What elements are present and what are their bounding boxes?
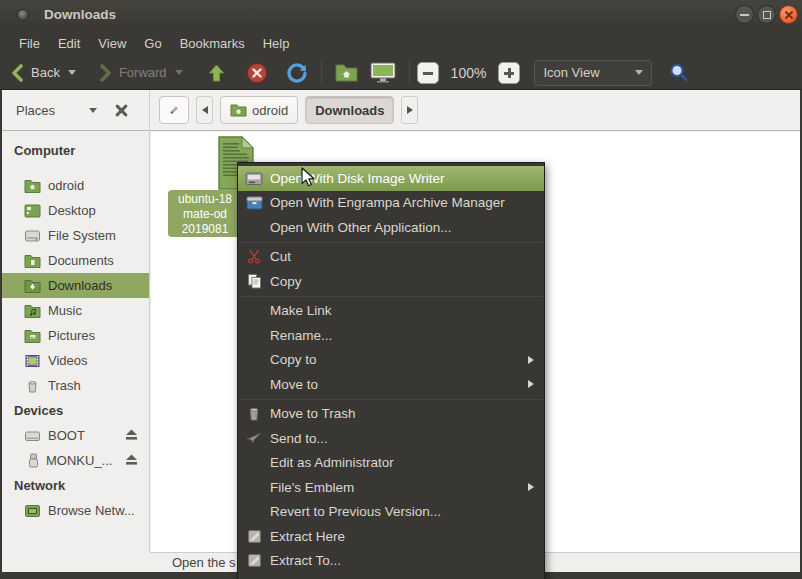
file-name-label[interactable]: ubuntu-18 mate-od 2019081: [168, 190, 242, 237]
menu-item-files-emblem[interactable]: File's Emblem: [238, 475, 544, 500]
titlebar[interactable]: Downloads: [0, 0, 802, 30]
menu-item-move-to[interactable]: Move to: [238, 372, 544, 397]
search-button[interactable]: [662, 59, 696, 87]
forward-button[interactable]: Forward: [92, 61, 189, 85]
view-selector[interactable]: Icon View: [534, 60, 652, 86]
status-text: Open the s: [172, 555, 236, 570]
menu-item-label: Open With Disk Image Writer: [270, 171, 445, 186]
file-name-line: mate-od: [168, 207, 242, 222]
menu-item-label: Extract To...: [270, 553, 341, 568]
file-name-line: 2019081: [168, 222, 242, 237]
menu-item-extract-to[interactable]: Extract To...: [238, 549, 544, 574]
sidebar-item-file-system[interactable]: File System: [2, 223, 149, 248]
maximize-icon: [763, 11, 771, 19]
minus-icon: [423, 72, 433, 75]
sidebar-item-odroid[interactable]: odroid: [2, 173, 149, 198]
eject-icon[interactable]: [124, 453, 139, 467]
breadcrumb-odroid[interactable]: odroid: [220, 96, 298, 124]
menu-help[interactable]: Help: [254, 33, 299, 54]
menu-file[interactable]: File: [10, 33, 49, 54]
sidebar-item-label: Documents: [48, 253, 114, 268]
zoom-level: 100%: [451, 65, 487, 81]
menu-item-move-to-trash[interactable]: Move to Trash: [238, 402, 544, 427]
places-dropdown[interactable]: Places: [16, 103, 55, 118]
sidebar-item-browse-network[interactable]: Browse Netw...: [2, 498, 149, 523]
downloads-folder-icon: [24, 279, 41, 293]
menu-item-open-with-engrampa[interactable]: Open With Engrampa Archive Manager: [238, 191, 544, 216]
maximize-button[interactable]: [757, 5, 776, 24]
window-title: Downloads: [44, 7, 116, 22]
home-button[interactable]: [329, 60, 364, 85]
menu-item-cut[interactable]: Cut: [238, 245, 544, 270]
menu-item-label: Make Link: [270, 303, 332, 318]
videos-film-icon: [24, 354, 41, 368]
sidebar-item-boot[interactable]: BOOT: [2, 423, 149, 448]
menu-item-send-to[interactable]: Send to...: [238, 426, 544, 451]
sidebar-header-computer: Computer: [2, 138, 149, 163]
menu-item-rename[interactable]: Rename...: [238, 323, 544, 348]
minimize-icon: [740, 14, 749, 16]
sidebar-item-desktop[interactable]: Desktop: [2, 198, 149, 223]
cut-scissors-icon: [245, 248, 263, 265]
menu-edit[interactable]: Edit: [49, 33, 89, 54]
menu-item-revert-to-previous-version[interactable]: Revert to Previous Version...: [238, 500, 544, 525]
close-side-pane-icon[interactable]: [115, 104, 128, 117]
menu-item-label: Move to Trash: [270, 406, 356, 421]
app-icon: [17, 9, 29, 21]
submenu-arrow-icon: [528, 483, 534, 491]
breadcrumb-downloads[interactable]: Downloads: [305, 96, 394, 124]
back-button[interactable]: Back: [4, 61, 82, 85]
toolbar-separator: [409, 61, 410, 85]
sidebar-item-monku[interactable]: MONKU_...: [2, 448, 149, 473]
menubar: File Edit View Go Bookmarks Help: [0, 30, 802, 56]
breadcrumb-right-arrow[interactable]: [401, 96, 418, 124]
sidebar-item-label: MONKU_...: [46, 453, 112, 468]
sidebar-item-label: Downloads: [48, 278, 112, 293]
menu-item-open-with-disk-image-writer[interactable]: Open With Disk Image Writer: [238, 166, 544, 191]
menu-item-open-with-other[interactable]: Open With Other Application...: [238, 215, 544, 240]
minimize-button[interactable]: [735, 5, 754, 24]
breadcrumb-left-arrow[interactable]: [196, 96, 213, 124]
menu-item-copy-to[interactable]: Copy to: [238, 348, 544, 373]
menu-go[interactable]: Go: [135, 33, 170, 54]
view-selector-value: Icon View: [543, 65, 599, 80]
submenu-arrow-icon: [528, 380, 534, 388]
reload-button[interactable]: [280, 59, 314, 87]
desktop-icon: [24, 204, 41, 218]
up-button[interactable]: [201, 60, 232, 86]
stop-button[interactable]: [240, 59, 274, 87]
menu-separator: [239, 296, 543, 297]
menu-item-make-link[interactable]: Make Link: [238, 299, 544, 324]
menu-item-edit-as-administrator[interactable]: Edit as Administrator: [238, 451, 544, 476]
menu-item-copy[interactable]: Copy: [238, 269, 544, 294]
menu-bookmarks[interactable]: Bookmarks: [171, 33, 254, 54]
zoom-in-button[interactable]: [498, 62, 520, 84]
sidebar-item-downloads[interactable]: Downloads: [2, 273, 149, 298]
menu-item-label: Open With Other Application...: [270, 220, 452, 235]
close-button[interactable]: [779, 5, 798, 24]
sidebar-item-trash[interactable]: Trash: [2, 373, 149, 398]
places-caret-icon[interactable]: [89, 108, 97, 113]
sidebar-item-pictures[interactable]: Pictures: [2, 323, 149, 348]
mouse-cursor: [300, 167, 316, 189]
forward-history-caret-icon: [175, 70, 183, 75]
menu-view[interactable]: View: [89, 33, 135, 54]
home-folder-icon: [24, 179, 41, 193]
sidebar-item-music[interactable]: Music: [2, 298, 149, 323]
sidebar-item-label: odroid: [48, 178, 84, 193]
edit-location-button[interactable]: [159, 96, 189, 124]
toolbar-separator: [321, 61, 322, 85]
menu-item-extract-here[interactable]: Extract Here: [238, 524, 544, 549]
sidebar-item-videos[interactable]: Videos: [2, 348, 149, 373]
filesystem-drive-icon: [24, 229, 41, 243]
desktop-button[interactable]: [364, 59, 402, 86]
menu-separator: [239, 399, 543, 400]
sidebar-item-label: File System: [48, 228, 116, 243]
zoom-out-button[interactable]: [417, 62, 439, 84]
disk-image-writer-icon: [245, 170, 263, 187]
toolbar: Back Forward 100% Icon View: [0, 56, 802, 90]
menu-item-label: Revert to Previous Version...: [270, 504, 441, 519]
eject-icon[interactable]: [124, 428, 139, 442]
sidebar-item-documents[interactable]: Documents: [2, 248, 149, 273]
reload-icon: [286, 62, 308, 84]
